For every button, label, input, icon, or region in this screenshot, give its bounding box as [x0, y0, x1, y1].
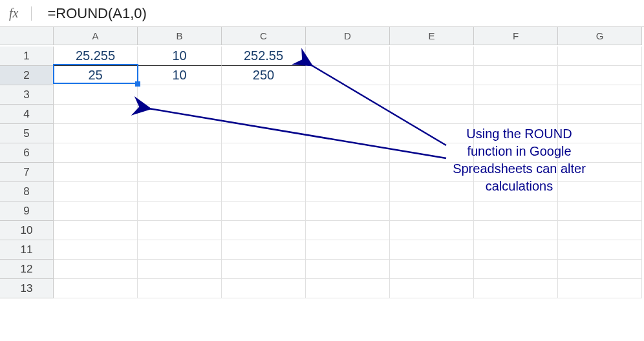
row-header-9[interactable]: 9	[0, 202, 54, 221]
cell-G7[interactable]	[558, 163, 642, 182]
cell-C5[interactable]	[222, 124, 306, 143]
cell-G13[interactable]	[558, 279, 642, 298]
row-header-3[interactable]: 3	[0, 85, 54, 105]
cell-G2[interactable]	[558, 66, 642, 85]
cell-F7[interactable]	[474, 163, 558, 182]
cell-D4[interactable]	[306, 105, 390, 124]
col-header-E[interactable]: E	[390, 27, 474, 45]
cell-G5[interactable]	[558, 124, 642, 143]
cell-C9[interactable]	[222, 202, 306, 221]
cell-B4[interactable]	[138, 105, 222, 124]
cell-G4[interactable]	[558, 105, 642, 124]
cell-B3[interactable]	[138, 85, 222, 105]
cell-B8[interactable]	[138, 182, 222, 202]
cell-A3[interactable]	[54, 85, 138, 105]
cell-F4[interactable]	[474, 105, 558, 124]
cell-A7[interactable]	[54, 163, 138, 182]
cell-F11[interactable]	[474, 240, 558, 260]
cell-D6[interactable]	[306, 143, 390, 163]
cell-E7[interactable]	[390, 163, 474, 182]
row-header-7[interactable]: 7	[0, 163, 54, 182]
col-header-D[interactable]: D	[306, 27, 390, 45]
cell-F13[interactable]	[474, 279, 558, 298]
cell-D7[interactable]	[306, 163, 390, 182]
cell-A8[interactable]	[54, 182, 138, 202]
cell-D1[interactable]	[306, 46, 390, 66]
cell-C13[interactable]	[222, 279, 306, 298]
cell-D5[interactable]	[306, 124, 390, 143]
cell-E6[interactable]	[390, 143, 474, 163]
cell-E11[interactable]	[390, 240, 474, 260]
cell-B2[interactable]: 10	[138, 66, 222, 85]
cell-C10[interactable]	[222, 221, 306, 240]
cell-A1[interactable]: 25.255	[54, 46, 138, 66]
cell-E2[interactable]	[390, 66, 474, 85]
cell-C11[interactable]	[222, 240, 306, 260]
row-header-12[interactable]: 12	[0, 260, 54, 279]
row-header-10[interactable]: 10	[0, 221, 54, 240]
selection-handle[interactable]	[135, 81, 140, 87]
col-header-B[interactable]: B	[138, 27, 222, 45]
cell-D11[interactable]	[306, 240, 390, 260]
cell-F3[interactable]	[474, 85, 558, 105]
cell-D12[interactable]	[306, 260, 390, 279]
cell-A12[interactable]	[54, 260, 138, 279]
cell-C3[interactable]	[222, 85, 306, 105]
cell-G6[interactable]	[558, 143, 642, 163]
cell-C6[interactable]	[222, 143, 306, 163]
cell-B11[interactable]	[138, 240, 222, 260]
cell-E12[interactable]	[390, 260, 474, 279]
cell-A11[interactable]	[54, 240, 138, 260]
cell-F8[interactable]	[474, 182, 558, 202]
cell-G11[interactable]	[558, 240, 642, 260]
cell-A5[interactable]	[54, 124, 138, 143]
cell-C4[interactable]	[222, 105, 306, 124]
cell-A6[interactable]	[54, 143, 138, 163]
cell-E1[interactable]	[390, 46, 474, 66]
cell-A4[interactable]	[54, 105, 138, 124]
cell-C12[interactable]	[222, 260, 306, 279]
cell-D13[interactable]	[306, 279, 390, 298]
cell-D3[interactable]	[306, 85, 390, 105]
row-header-1[interactable]: 1	[0, 46, 54, 66]
cell-E3[interactable]	[390, 85, 474, 105]
cell-F9[interactable]	[474, 202, 558, 221]
cell-B7[interactable]	[138, 163, 222, 182]
cell-B13[interactable]	[138, 279, 222, 298]
cell-E5[interactable]	[390, 124, 474, 143]
cell-G3[interactable]	[558, 85, 642, 105]
cell-B6[interactable]	[138, 143, 222, 163]
cell-E13[interactable]	[390, 279, 474, 298]
cell-A10[interactable]	[54, 221, 138, 240]
select-all-corner[interactable]	[0, 27, 54, 45]
cell-E9[interactable]	[390, 202, 474, 221]
cell-D9[interactable]	[306, 202, 390, 221]
cell-B12[interactable]	[138, 260, 222, 279]
cell-A9[interactable]	[54, 202, 138, 221]
cell-B10[interactable]	[138, 221, 222, 240]
cell-G1[interactable]	[558, 46, 642, 66]
cell-C7[interactable]	[222, 163, 306, 182]
cell-G9[interactable]	[558, 202, 642, 221]
cell-E10[interactable]	[390, 221, 474, 240]
cell-C2[interactable]: 250	[222, 66, 306, 85]
cell-C8[interactable]	[222, 182, 306, 202]
row-header-11[interactable]: 11	[0, 240, 54, 260]
cell-F5[interactable]	[474, 124, 558, 143]
cell-D8[interactable]	[306, 182, 390, 202]
cell-E8[interactable]	[390, 182, 474, 202]
cell-G10[interactable]	[558, 221, 642, 240]
row-header-6[interactable]: 6	[0, 143, 54, 163]
cell-G8[interactable]	[558, 182, 642, 202]
cell-B1[interactable]: 10	[138, 46, 222, 66]
cell-F2[interactable]	[474, 66, 558, 85]
col-header-C[interactable]: C	[222, 27, 306, 45]
cell-F12[interactable]	[474, 260, 558, 279]
cell-F10[interactable]	[474, 221, 558, 240]
cell-F6[interactable]	[474, 143, 558, 163]
col-header-F[interactable]: F	[474, 27, 558, 45]
cell-G12[interactable]	[558, 260, 642, 279]
row-header-8[interactable]: 8	[0, 182, 54, 202]
formula-input[interactable]	[47, 5, 644, 22]
cell-B9[interactable]	[138, 202, 222, 221]
